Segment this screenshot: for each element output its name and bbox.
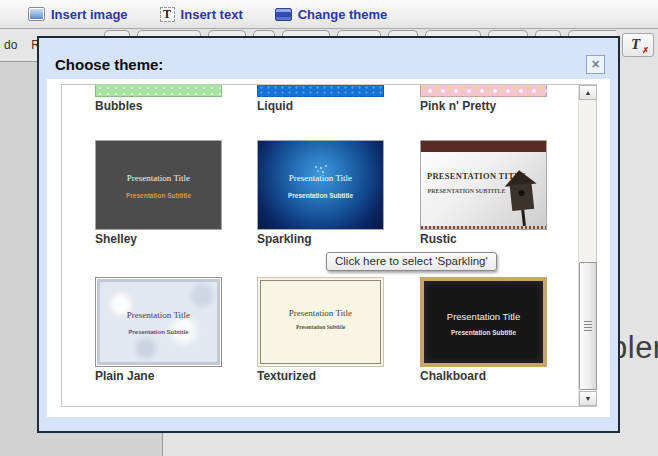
- top-toolbar: Insert image T Insert text Change theme: [0, 0, 658, 29]
- insert-text-button[interactable]: T Insert text: [160, 7, 243, 22]
- change-theme-icon: [275, 8, 292, 21]
- insert-text-icon: T: [160, 7, 175, 22]
- insert-image-label: Insert image: [51, 7, 128, 22]
- theme-label: Pink n' Pretty: [420, 99, 549, 113]
- clear-formatting-icon: T: [631, 36, 640, 53]
- tooltip: Click here to select 'Sparkling': [326, 252, 497, 271]
- chevron-down-icon: ▼: [585, 395, 592, 402]
- scroll-down-button[interactable]: ▼: [579, 391, 597, 406]
- red-x-icon: ✗: [642, 46, 649, 55]
- theme-item-plain-jane[interactable]: Presentation Title Presentation Subtitle…: [95, 277, 224, 383]
- scrollbar-grip-icon: [584, 321, 592, 331]
- insert-text-label: Insert text: [181, 7, 243, 22]
- rustic-bottom-trim: [421, 226, 546, 229]
- theme-item-chalkboard[interactable]: Presentation Title Presentation Subtitle…: [420, 277, 549, 383]
- close-button[interactable]: ×: [586, 55, 605, 74]
- theme-thumbnail-shelley[interactable]: Presentation Title Presentation Subtitle: [95, 140, 222, 230]
- choose-theme-dialog: Choose theme: × Bubbles Liquid Pink n' P…: [37, 36, 620, 433]
- theme-thumbnail-plain-jane[interactable]: Presentation Title Presentation Subtitle: [95, 277, 222, 367]
- slide-subtitle-text: Presentation Subtitle: [96, 329, 221, 335]
- slide-title-text: Presentation Title: [258, 173, 383, 183]
- slide-subtitle-text: Presentation Subtitle: [424, 329, 543, 336]
- undo-button-partial[interactable]: do: [0, 38, 21, 52]
- theme-thumbnail-rustic[interactable]: PRESENTATION TITLE PRESENTATION SUBTITLE: [420, 140, 547, 230]
- secondary-toolbar-partial: do Re: [0, 29, 41, 62]
- theme-label: Bubbles: [95, 99, 224, 113]
- theme-item-liquid[interactable]: Liquid: [257, 85, 386, 113]
- slide-subtitle-text: Presentation Subtitle: [258, 192, 383, 199]
- birdhouse-pole: [521, 210, 526, 226]
- theme-thumbnail-sparkling[interactable]: Presentation Title Presentation Subtitle: [257, 140, 384, 230]
- sparkle-dots-icon: [320, 167, 322, 169]
- birdhouse-icon: [501, 168, 543, 227]
- scroll-up-button[interactable]: ▲: [579, 85, 597, 100]
- change-theme-label: Change theme: [298, 7, 388, 22]
- theme-thumbnail-bubbles[interactable]: [95, 85, 222, 97]
- dialog-title: Choose theme:: [55, 56, 163, 73]
- slide-subtitle-text: Presentation Subtitle: [96, 192, 221, 199]
- clear-formatting-button[interactable]: T ✗: [622, 33, 654, 57]
- theme-label: Rustic: [420, 232, 549, 246]
- vertical-scrollbar[interactable]: ▲ ▼: [578, 85, 596, 406]
- theme-item-rustic[interactable]: PRESENTATION TITLE PRESENTATION SUBTITLE…: [420, 140, 549, 246]
- theme-item-bubbles[interactable]: Bubbles: [95, 85, 224, 113]
- insert-image-button[interactable]: Insert image: [28, 7, 128, 22]
- slide-title-text: Presentation Title: [424, 311, 543, 322]
- theme-label: Shelley: [95, 232, 224, 246]
- theme-label: Sparkling: [257, 232, 386, 246]
- theme-label: Chalkboard: [420, 369, 549, 383]
- theme-label: Plain Jane: [95, 369, 224, 383]
- theme-item-shelley[interactable]: Presentation Title Presentation Subtitle…: [95, 140, 224, 246]
- theme-thumbnail-chalkboard[interactable]: Presentation Title Presentation Subtitle: [420, 277, 547, 367]
- theme-thumbnail-texturized[interactable]: Presentation Title Presentation Subtitle: [257, 277, 384, 367]
- slide-title-text: Presentation Title: [258, 308, 383, 318]
- theme-thumbnail-liquid[interactable]: [257, 85, 384, 97]
- birdhouse-body: [510, 183, 535, 211]
- theme-thumbnail-pink-n-pretty[interactable]: [420, 85, 547, 97]
- theme-item-sparkling[interactable]: Presentation Title Presentation Subtitle…: [257, 140, 386, 246]
- theme-label: Liquid: [257, 99, 386, 113]
- theme-item-pink-n-pretty[interactable]: Pink n' Pretty: [420, 85, 549, 113]
- chevron-up-icon: ▲: [585, 89, 592, 96]
- scrollbar-thumb[interactable]: [579, 262, 597, 390]
- insert-image-icon: [28, 7, 45, 21]
- theme-label: Texturized: [257, 369, 386, 383]
- theme-item-texturized[interactable]: Presentation Title Presentation Subtitle…: [257, 277, 386, 383]
- theme-scroll-area: Bubbles Liquid Pink n' Pretty Presentati…: [61, 84, 597, 407]
- slide-title-text: Presentation Title: [96, 310, 221, 320]
- dialog-content-panel: Bubbles Liquid Pink n' Pretty Presentati…: [47, 79, 610, 417]
- slide-title-text: Presentation Title: [96, 173, 221, 183]
- rustic-top-bar: [421, 141, 546, 152]
- slide-subtitle-text: Presentation Subtitle: [258, 324, 383, 330]
- change-theme-button[interactable]: Change theme: [275, 7, 388, 22]
